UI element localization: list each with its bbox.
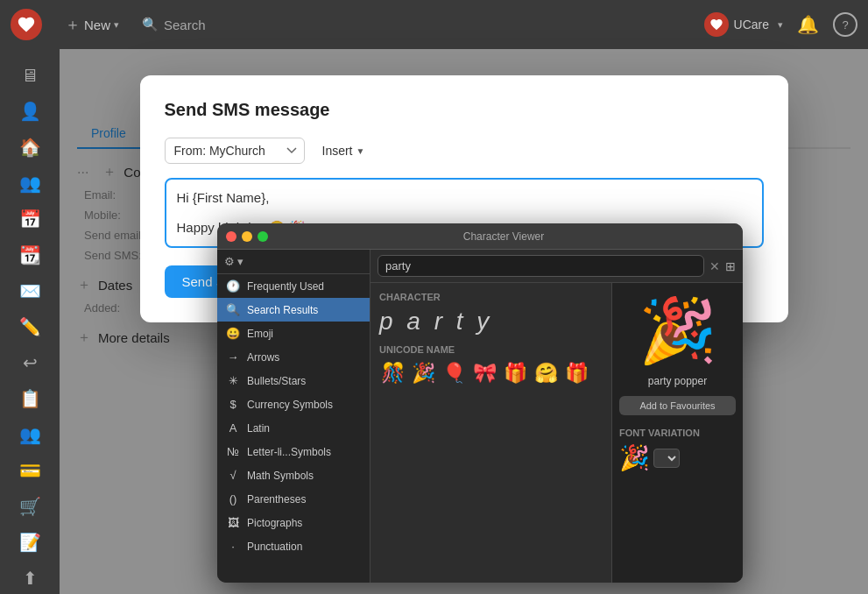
cv-unicode-name-label: Unicode Name bbox=[379, 344, 603, 355]
ucare-label: UCare bbox=[734, 18, 769, 32]
cv-character-label: Character bbox=[379, 292, 603, 302]
cv-emoji-item[interactable]: 🎈 bbox=[441, 360, 468, 386]
cv-sidebar-pictographs[interactable]: 🖼 Pictographs bbox=[217, 511, 370, 534]
new-button[interactable]: ＋ New ▾ bbox=[56, 9, 128, 40]
settings-chevron-icon: ▾ bbox=[237, 255, 243, 268]
history-icon: ↩ bbox=[23, 352, 38, 373]
sidebar-item-cart[interactable]: 🛒 bbox=[11, 490, 49, 522]
search-results-icon: 🔍 bbox=[226, 303, 240, 316]
sidebar-item-monitor[interactable]: 🖥 bbox=[11, 60, 49, 92]
cv-search-bar: ✕ ⊞ bbox=[370, 250, 743, 283]
letterlike-icon: № bbox=[226, 445, 240, 458]
cv-sidebar-search-results[interactable]: 🔍 Search Results bbox=[217, 298, 370, 322]
cv-emoji-item[interactable]: 🎀 bbox=[471, 360, 498, 386]
checklist-icon: 📝 bbox=[19, 532, 41, 553]
cv-main: ✕ ⊞ Character p a r t y Unicode Name 🎊 🎉… bbox=[370, 250, 743, 583]
emoji-icon: 😀 bbox=[226, 327, 240, 340]
edit-icon: ✏️ bbox=[19, 316, 41, 337]
sidebar-item-checklist[interactable]: 📝 bbox=[11, 526, 49, 558]
sidebar-item-edit[interactable]: ✏️ bbox=[11, 311, 49, 343]
parens-icon: () bbox=[226, 492, 240, 506]
sidebar-item-mail[interactable]: ✉️ bbox=[11, 275, 49, 308]
calendar2-icon: 📆 bbox=[19, 244, 41, 265]
help-button[interactable]: ? bbox=[833, 12, 857, 37]
cv-preview-panel: 🎉 party popper Add to Favourites Font Va… bbox=[611, 283, 743, 583]
sidebar-item-history[interactable]: ↩ bbox=[11, 347, 49, 379]
home-icon: 🏠 bbox=[19, 137, 41, 158]
currency-icon: $ bbox=[226, 398, 240, 411]
cv-search-input[interactable] bbox=[378, 255, 704, 277]
modal-from-row: From: MyChurch Insert ▼ bbox=[165, 138, 764, 164]
person-icon: 👤 bbox=[19, 101, 41, 122]
cv-sidebar-bullets[interactable]: ✳ Bullets/Stars bbox=[217, 369, 370, 392]
from-select[interactable]: From: MyChurch bbox=[165, 138, 305, 164]
sidebar-item-group[interactable]: 👥 bbox=[11, 167, 49, 200]
cv-body: ⚙ ▾ 🕐 Frequently Used 🔍 Search Results 😀… bbox=[217, 250, 743, 583]
bullets-icon: ✳ bbox=[226, 374, 240, 387]
cv-settings-button[interactable]: ⚙ ▾ bbox=[224, 255, 243, 268]
sidebar-item-person[interactable]: 👤 bbox=[11, 95, 49, 128]
cv-emoji-item[interactable]: 🎊 bbox=[379, 360, 406, 386]
cv-preview-name: party popper bbox=[648, 375, 707, 387]
cv-sidebar-letterlike[interactable]: № Letter-li...Symbols bbox=[217, 440, 370, 463]
sidebar-item-clipboard[interactable]: 📋 bbox=[11, 382, 49, 414]
monitor-icon: 🖥 bbox=[21, 66, 39, 86]
cv-maximize-dot[interactable] bbox=[258, 231, 268, 242]
math-icon: √ bbox=[226, 469, 240, 482]
cv-toolbar: ⚙ ▾ bbox=[217, 250, 370, 274]
clock-icon: 🕐 bbox=[226, 279, 240, 293]
cv-font-variation-select[interactable] bbox=[653, 449, 680, 468]
sidebar-item-calendar[interactable]: 📅 bbox=[11, 203, 49, 236]
cv-sidebar-math[interactable]: √ Math Symbols bbox=[217, 463, 370, 487]
cv-sidebar-latin[interactable]: A Latin bbox=[217, 416, 370, 440]
cv-emoji-grid: 🎊 🎉 🎈 🎀 🎁 🤗 🎁 bbox=[379, 360, 603, 386]
cv-sidebar-emoji[interactable]: 😀 Emoji bbox=[217, 322, 370, 345]
cv-sidebar-currency[interactable]: $ Currency Symbols bbox=[217, 392, 370, 416]
sidebar-item-home[interactable]: 🏠 bbox=[11, 131, 49, 164]
sidebar-item-card[interactable]: 💳 bbox=[11, 454, 49, 486]
app-logo[interactable] bbox=[11, 9, 42, 40]
cv-emoji-item[interactable]: 🤗 bbox=[533, 360, 560, 386]
cv-font-variation-row: 🎉 bbox=[619, 443, 680, 472]
cv-characters-panel: Character p a r t y Unicode Name 🎊 🎉 🎈 🎀… bbox=[370, 283, 611, 583]
cv-grid-toggle-button[interactable]: ⊞ bbox=[725, 259, 736, 273]
cv-search-clear-button[interactable]: ✕ bbox=[709, 259, 720, 273]
cv-minimize-dot[interactable] bbox=[242, 231, 252, 242]
people-icon: 👥 bbox=[19, 424, 41, 445]
cv-sidebar-parens[interactable]: () Parentheses bbox=[217, 487, 370, 511]
insert-arrow-icon: ▼ bbox=[356, 146, 365, 156]
topbar: ＋ New ▾ 🔍 Search UCare ▾ 🔔 ? bbox=[0, 0, 868, 49]
cv-emoji-item[interactable]: 🎁 bbox=[502, 360, 529, 386]
character-viewer: Character Viewer ⚙ ▾ 🕐 Frequently Used 🔍… bbox=[217, 223, 743, 583]
cv-content-area: Character p a r t y Unicode Name 🎊 🎉 🎈 🎀… bbox=[370, 283, 743, 583]
cv-sidebar-arrows[interactable]: → Arrows bbox=[217, 345, 370, 369]
insert-button[interactable]: Insert ▼ bbox=[315, 138, 372, 163]
insert-label: Insert bbox=[322, 144, 353, 158]
cv-sidebar-punctuation[interactable]: · Punctuation bbox=[217, 534, 370, 558]
ucare-menu[interactable]: UCare ▾ bbox=[704, 12, 783, 37]
sidebar-item-upload[interactable]: ⬆ bbox=[11, 562, 49, 594]
cv-search-term: p a r t y bbox=[379, 308, 603, 336]
new-chevron-icon: ▾ bbox=[114, 19, 119, 31]
cv-close-dot[interactable] bbox=[226, 231, 236, 242]
cv-sidebar-frequently-used[interactable]: 🕐 Frequently Used bbox=[217, 274, 370, 298]
notifications-bell-icon[interactable]: 🔔 bbox=[797, 14, 819, 35]
latin-icon: A bbox=[226, 421, 240, 435]
upload-icon: ⬆ bbox=[23, 568, 38, 589]
search-icon: 🔍 bbox=[142, 17, 159, 32]
cv-emoji-item[interactable]: 🎉 bbox=[410, 360, 437, 386]
sidebar-item-calendar2[interactable]: 📆 bbox=[11, 239, 49, 272]
modal-title: Send SMS message bbox=[165, 100, 764, 120]
arrows-icon: → bbox=[226, 350, 240, 364]
punctuation-icon: · bbox=[226, 540, 240, 553]
cv-font-variation-label: Font Variation bbox=[619, 428, 700, 438]
ucare-chevron-icon: ▾ bbox=[778, 19, 783, 31]
cv-font-variation-emoji: 🎉 bbox=[619, 443, 650, 472]
cv-add-favourites-button[interactable]: Add to Favourites bbox=[619, 396, 736, 415]
cv-preview-emoji: 🎉 bbox=[639, 293, 717, 368]
cv-title: Character Viewer bbox=[273, 230, 734, 243]
search-button[interactable]: 🔍 Search bbox=[131, 11, 216, 38]
cv-emoji-item[interactable]: 🎁 bbox=[563, 360, 590, 386]
calendar-icon: 📅 bbox=[19, 209, 41, 230]
sidebar-item-people[interactable]: 👥 bbox=[11, 418, 49, 450]
